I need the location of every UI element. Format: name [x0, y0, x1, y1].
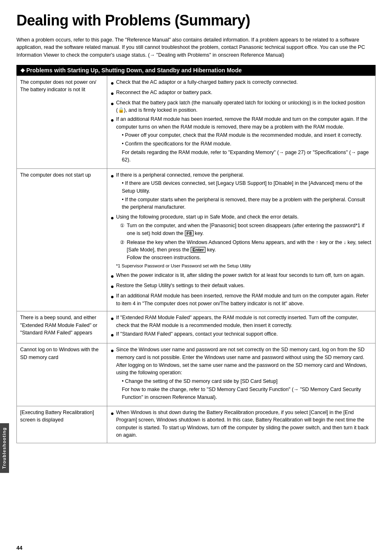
solution-item-0-2: ●Check that the battery pack latch (the … — [111, 99, 372, 114]
extra-text: For details regarding the RAM module, re… — [116, 149, 372, 164]
solution-cell-2: ●If "Extended RAM Module Failed" appears… — [107, 311, 376, 343]
footnote: *1 Supervisor Password or User Password … — [116, 263, 372, 269]
solution-item-0-1: ●Reconnect the AC adaptor or battery pac… — [111, 89, 372, 98]
problem-cell-3: Cannot log on to Windows with the SD mem… — [17, 343, 107, 406]
solution-item-2-1: ●If "Standard RAM Failed" appears, conta… — [111, 330, 372, 339]
solution-item-1-3: ●Restore the Setup Utility's settings to… — [111, 282, 372, 291]
sub-item: Confirm the specifications for the RAM m… — [122, 140, 372, 148]
problems-table: The computer does not power on/ The batt… — [16, 76, 376, 443]
extra-text: For how to make the change, refer to "SD… — [116, 386, 372, 401]
solution-cell-3: ●Since the Windows user name and passwor… — [107, 343, 376, 406]
key-enter: Enter — [191, 247, 205, 253]
solution-cell-1: ●If there is a peripheral connected, rem… — [107, 168, 376, 311]
sub-item: If the computer starts when the peripher… — [122, 196, 372, 211]
key-f8: F8 — [185, 230, 194, 236]
problem-cell-2: There is a beep sound, and either "Exten… — [17, 311, 107, 343]
sub-item: Power off your computer, check that the … — [122, 131, 372, 139]
solution-item-4-0: ●When Windows is shut down during the Ba… — [111, 409, 372, 439]
sub-item: Change the setting of the SD memory card… — [122, 378, 372, 385]
page-title: Dealing with Problems (Summary) — [16, 12, 376, 29]
side-tab: Troubleshooting — [0, 423, 9, 473]
intro-text: When a problem occurs, refer to this pag… — [16, 36, 376, 59]
solution-item-2-0: ●If "Extended RAM Module Failed" appears… — [111, 314, 372, 329]
solution-item-1-0: ●If there is a peripheral connected, rem… — [111, 171, 372, 212]
page-number: 44 — [16, 545, 22, 551]
sub-item: If there are USB devices connected, set … — [122, 180, 372, 195]
solution-item-1-2: ●When the power indicator is lit, after … — [111, 272, 372, 281]
section-heading: Problems with Starting Up, Shutting Down… — [16, 65, 376, 76]
solution-item-1-1: ●Using the following procedure, start up… — [111, 213, 372, 270]
solution-item-0-0: ●Check that the AC adaptor or a fully-ch… — [111, 78, 372, 88]
problem-cell-4: [Executing Battery Recalibration] screen… — [17, 406, 107, 443]
solution-cell-0: ●Check that the AC adaptor or a fully-ch… — [107, 76, 376, 168]
solution-item-3-0: ●Since the Windows user name and passwor… — [111, 346, 372, 402]
solution-item-1-4: ●If an additional RAM module has been in… — [111, 292, 372, 307]
problem-cell-1: The computer does not start up — [17, 168, 107, 311]
problem-cell-0: The computer does not power on/ The batt… — [17, 76, 107, 168]
solution-cell-4: ●When Windows is shut down during the Ba… — [107, 406, 376, 443]
solution-item-0-3: ●If an additional RAM module has been in… — [111, 115, 372, 165]
